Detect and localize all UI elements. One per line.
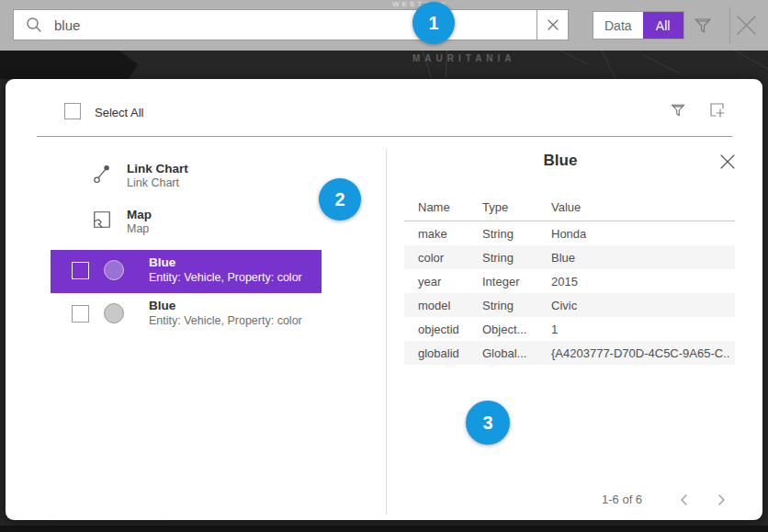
header-divider bbox=[37, 136, 732, 137]
close-search-button[interactable] bbox=[734, 13, 759, 38]
cell-name: model bbox=[418, 299, 450, 312]
column-divider bbox=[386, 149, 387, 515]
table-row: globalid Global... {A4203777-D70D-4C5C-9… bbox=[404, 341, 735, 365]
result-checkbox[interactable] bbox=[72, 305, 89, 323]
cell-type: Integer bbox=[482, 275, 519, 289]
result-subtitle: Entity: Vehicle, Property: color bbox=[149, 271, 302, 284]
toolbar-divider bbox=[729, 7, 730, 43]
column-header-type: Type bbox=[482, 200, 508, 214]
table-row: color String Blue bbox=[404, 245, 735, 269]
cell-name: globalid bbox=[418, 346, 459, 360]
cell-type: Global... bbox=[482, 346, 526, 360]
callout-badge-1: 1 bbox=[412, 2, 455, 44]
result-title: Map bbox=[127, 208, 152, 221]
detail-close-button[interactable] bbox=[718, 153, 737, 171]
funnel-icon bbox=[692, 15, 714, 37]
result-subtitle: Map bbox=[127, 222, 149, 235]
result-item-blue-selected[interactable]: Blue Entity: Vehicle, Property: color bbox=[51, 250, 322, 293]
cell-value: Civic bbox=[551, 299, 577, 312]
next-page-button[interactable] bbox=[713, 492, 729, 508]
result-item-map[interactable]: Map Map bbox=[6, 209, 322, 246]
result-subtitle: Link Chart bbox=[127, 176, 179, 189]
cell-name: color bbox=[418, 251, 444, 265]
square-plus-icon bbox=[708, 101, 727, 119]
add-to-selection-button[interactable] bbox=[708, 101, 727, 119]
cell-value: 1 bbox=[551, 323, 558, 336]
search-toolbar: Data All bbox=[0, 0, 768, 51]
select-all-label: Select All bbox=[95, 106, 143, 119]
cell-name: year bbox=[418, 275, 441, 289]
cell-type: String bbox=[482, 251, 514, 265]
result-item-link-chart[interactable]: Link Chart Link Chart bbox=[6, 164, 322, 200]
cell-value: Blue bbox=[551, 251, 575, 265]
cell-type: String bbox=[482, 299, 514, 312]
search-results-panel: Select All Link Chart Link Chart Map Map bbox=[6, 79, 762, 520]
scope-option-all[interactable]: All bbox=[643, 12, 683, 39]
chevron-right-icon bbox=[713, 492, 729, 508]
result-subtitle: Entity: Vehicle, Property: color bbox=[149, 314, 302, 327]
chevron-left-icon bbox=[676, 492, 693, 508]
cell-type: Object... bbox=[482, 323, 526, 336]
clear-search-button[interactable] bbox=[536, 9, 569, 40]
detail-panel-title: Blue bbox=[386, 152, 735, 170]
select-all-checkbox[interactable] bbox=[64, 103, 81, 119]
result-item-blue[interactable]: Blue Entity: Vehicle, Property: color bbox=[51, 293, 322, 336]
previous-page-button[interactable] bbox=[676, 492, 693, 508]
clear-icon bbox=[547, 18, 559, 31]
table-row: objectid Object... 1 bbox=[404, 317, 735, 341]
map-icon bbox=[92, 209, 112, 230]
filter-button[interactable] bbox=[692, 15, 714, 37]
cell-name: make bbox=[418, 227, 447, 241]
search-icon bbox=[26, 17, 42, 33]
column-header-value: Value bbox=[551, 200, 581, 214]
cell-value: 2015 bbox=[551, 275, 578, 289]
table-row: year Integer 2015 bbox=[404, 269, 735, 293]
callout-badge-3: 3 bbox=[466, 401, 510, 445]
cell-value: {A4203777-D70D-4C5C-9A65-C... bbox=[551, 346, 730, 360]
cell-type: String bbox=[482, 227, 514, 241]
results-filter-button[interactable] bbox=[669, 101, 687, 119]
result-title: Link Chart bbox=[127, 162, 188, 175]
scope-option-data[interactable]: Data bbox=[593, 12, 643, 39]
entity-circle-icon bbox=[104, 303, 124, 323]
close-icon bbox=[734, 13, 759, 38]
entity-circle-icon bbox=[104, 260, 124, 280]
link-chart-icon bbox=[92, 164, 112, 184]
cell-name: objectid bbox=[418, 323, 459, 336]
result-title: Blue bbox=[149, 255, 175, 269]
table-row: make String Honda bbox=[404, 221, 735, 245]
map-label-mauritania: MAURITANIA bbox=[412, 53, 516, 63]
table-row: model String Civic bbox=[404, 293, 735, 317]
column-header-name: Name bbox=[418, 200, 450, 214]
close-icon bbox=[718, 153, 737, 171]
callout-badge-2: 2 bbox=[319, 178, 361, 221]
search-box[interactable] bbox=[13, 9, 537, 40]
funnel-icon bbox=[669, 101, 687, 119]
page-range-label: 1-6 of 6 bbox=[602, 492, 642, 506]
result-checkbox[interactable] bbox=[72, 262, 89, 279]
result-title: Blue bbox=[149, 299, 175, 312]
cell-value: Honda bbox=[551, 227, 586, 241]
scope-segmented-control: Data All bbox=[593, 11, 684, 40]
